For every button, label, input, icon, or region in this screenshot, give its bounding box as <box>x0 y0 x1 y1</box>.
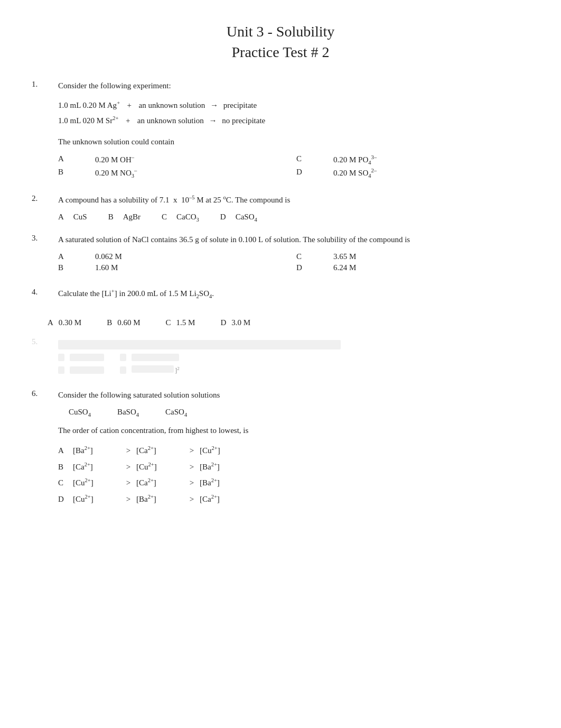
q6-c-c1: [Cu2+] <box>73 475 120 491</box>
q3-answers: A 0.062 M C 3.65 M B 1.60 M D 6.24 M <box>58 252 529 272</box>
q6-num: 6. <box>32 389 48 508</box>
q2-ans-d: D CaSO4 <box>220 213 257 223</box>
q5-content: ]2 <box>58 337 529 379</box>
q6-text: Consider the following saturated solutio… <box>58 389 529 401</box>
q5-a1-label <box>58 354 64 361</box>
q5-a2-label <box>58 366 64 374</box>
question-4: 4. Calculate the [Li+] in 200.0 mL of 1.… <box>32 287 529 308</box>
q6-b-gt1: > <box>120 459 136 475</box>
q6-c-c2: [Ca2+] <box>136 475 184 491</box>
q1-ans-a-label: A <box>58 154 90 165</box>
q2-text: A compound has a solubility of 7.1 x 10–… <box>58 193 529 206</box>
q6-a-label: A <box>58 443 73 458</box>
q3-d-label: D <box>296 263 328 272</box>
q5-blurred-answers-2: ]2 <box>58 365 529 375</box>
question-5: 5. ]2 <box>32 337 529 379</box>
q5-b2-label <box>120 366 126 374</box>
q4-c-label: C <box>166 318 171 327</box>
q6-d-gt2: > <box>184 492 200 507</box>
q6-row-b: B [Ca2+] > [Cu2+] > [Ba2+] <box>58 459 529 475</box>
q4-c-val: 1.5 M <box>176 318 195 327</box>
q4-d: D 3.0 M <box>220 318 250 327</box>
q1-ans-c-val: 0.20 M PO43– <box>333 154 529 165</box>
q3-num: 3. <box>32 233 48 277</box>
q6-b-gt2: > <box>184 459 200 475</box>
q5-b2: ]2 <box>120 365 180 375</box>
q1-exp-row-2: 1.0 mL 020 M Sr2+ + an unknown solution … <box>58 114 529 128</box>
q1-exp1-arrow: → <box>208 98 220 113</box>
q1-exp1-reagent: 1.0 mL 0.20 M Ag+ <box>58 98 120 113</box>
q6-d-label: D <box>58 492 73 507</box>
q6-c-label: C <box>58 475 73 491</box>
q6-d-c2: [Ba2+] <box>136 492 184 507</box>
q2-ans-a: A CuS <box>58 213 87 223</box>
q3-a-val: 0.062 M <box>95 252 291 261</box>
q6-c-c3: [Ba2+] <box>200 475 247 491</box>
q6-sol-1: CuSO4 <box>69 408 91 418</box>
question-3: 3. A saturated solution of NaCl contains… <box>32 233 529 277</box>
q4-d-val: 3.0 M <box>231 318 250 327</box>
q6-a-c2: [Ca2+] <box>136 443 184 458</box>
q2-a-label: A <box>58 213 64 222</box>
q1-exp1-plus: + <box>123 98 135 113</box>
q3-content: A saturated solution of NaCl contains 36… <box>58 233 529 277</box>
question-2: 2. A compound has a solubility of 7.1 x … <box>32 193 529 223</box>
q4-content: Calculate the [Li+] in 200.0 mL of 1.5 M… <box>58 287 529 308</box>
q6-d-gt1: > <box>120 492 136 507</box>
q5-a2-val <box>70 366 104 374</box>
q5-b1-val <box>132 354 179 361</box>
q5-a1-val <box>70 354 104 361</box>
q4-c: C 1.5 M <box>166 318 195 327</box>
q6-row-c: C [Cu2+] > [Ca2+] > [Ba2+] <box>58 475 529 491</box>
q5-a2 <box>58 365 104 375</box>
q4-b-val: 0.60 M <box>117 318 140 327</box>
q1-ans-b-label: B <box>58 168 90 179</box>
page-title: Unit 3 - Solubility Practice Test # 2 <box>32 21 529 62</box>
q6-sol-3: CaSO4 <box>165 408 187 418</box>
q6-b-c3: [Ba2+] <box>200 459 247 475</box>
q6-row-a: A [Ba2+] > [Ca2+] > [Cu2+] <box>58 443 529 458</box>
q4-text: Calculate the [Li+] in 200.0 mL of 1.5 M… <box>58 287 529 301</box>
q6-a-c1: [Ba2+] <box>73 443 120 458</box>
q6-b-label: B <box>58 459 73 475</box>
q2-ans-b: B AgBr <box>108 213 141 223</box>
q1-intro: Consider the following experiment: <box>58 79 529 92</box>
title-line1: Unit 3 - Solubility <box>32 21 529 42</box>
q6-a-c3: [Cu2+] <box>200 443 247 458</box>
q4-b: B 0.60 M <box>107 318 140 327</box>
q1-conclusion: The unknown solution could contain <box>58 135 529 148</box>
q3-c-label: C <box>296 252 328 261</box>
q1-exp1-solution: an unknown solution <box>139 98 205 113</box>
q6-row-d: D [Cu2+] > [Ba2+] > [Ca2+] <box>58 492 529 507</box>
q2-c-val: CaCO3 <box>176 213 199 223</box>
q5-b1-label <box>120 354 126 361</box>
q2-c-label: C <box>162 213 167 222</box>
q1-content: Consider the following experiment: 1.0 m… <box>58 79 529 183</box>
q4-a-label: A <box>48 318 53 327</box>
q5-blurred-text <box>58 340 341 349</box>
q5-b1 <box>120 354 179 361</box>
q6-sol-2: BaSO4 <box>117 408 139 418</box>
q2-ans-c: C CaCO3 <box>162 213 199 223</box>
q6-d-c1: [Cu2+] <box>73 492 120 507</box>
q6-b-c2: [Cu2+] <box>136 459 184 475</box>
q6-solutions: CuSO4 BaSO4 CaSO4 <box>69 408 529 418</box>
q6-d-c3: [Ca2+] <box>200 492 247 507</box>
q1-ans-d-label: D <box>296 168 328 179</box>
q2-content: A compound has a solubility of 7.1 x 10–… <box>58 193 529 223</box>
q6-a-gt1: > <box>120 443 136 458</box>
q5-superscript: ]2 <box>175 366 180 375</box>
q4-num: 4. <box>32 287 48 308</box>
q3-d-val: 6.24 M <box>333 263 529 272</box>
q1-exp2-result: no precipitate <box>222 114 265 128</box>
q6-c-gt2: > <box>184 475 200 491</box>
q1-exp1-result: precipitate <box>223 98 257 113</box>
q1-answers: A 0.20 M OH– C 0.20 M PO43– B 0.20 M NO3… <box>58 154 529 179</box>
q1-ans-b-val: 0.20 M NO3– <box>95 168 291 179</box>
q1-exp2-arrow: → <box>207 114 219 128</box>
q1-exp-row-1: 1.0 mL 0.20 M Ag+ + an unknown solution … <box>58 98 529 113</box>
q1-exp2-solution: an unknown solution <box>137 114 204 128</box>
q1-ans-d-val: 0.20 M SO42– <box>333 168 529 179</box>
q1-ans-a-val: 0.20 M OH– <box>95 154 291 165</box>
q6-c-gt1: > <box>120 475 136 491</box>
